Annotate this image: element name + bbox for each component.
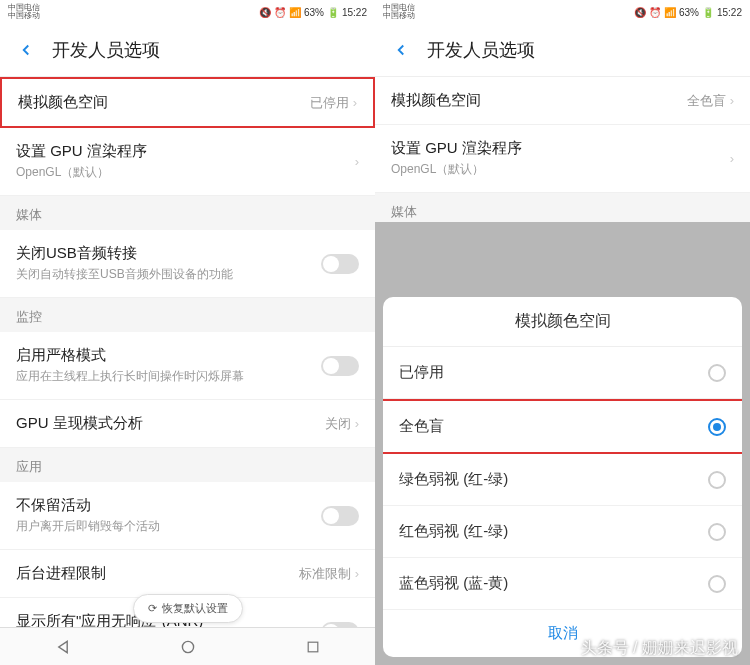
app-bar: 开发人员选项 xyxy=(0,24,375,77)
toggle-strict-mode[interactable] xyxy=(321,356,359,376)
nav-home[interactable] xyxy=(179,638,197,656)
back-button[interactable] xyxy=(391,40,411,60)
status-bar: 中国电信中国移动 🔇 ⏰ 📶 63% 🔋 15:22 xyxy=(0,0,375,24)
screenshot-left: 中国电信中国移动 🔇 ⏰ 📶 63% 🔋 15:22 开发人员选项 模拟颜色空间… xyxy=(0,0,375,665)
radio-icon xyxy=(708,364,726,382)
alarm-icon: ⏰ xyxy=(649,7,661,18)
option-tritanomaly[interactable]: 蓝色弱视 (蓝-黄) xyxy=(383,558,742,610)
toggle-no-keep[interactable] xyxy=(321,506,359,526)
chevron-right-icon: › xyxy=(730,93,734,108)
signal-icon: 📶 xyxy=(289,7,301,18)
option-disabled[interactable]: 已停用 xyxy=(383,347,742,399)
mute-icon: 🔇 xyxy=(259,7,271,18)
signal-icon: 📶 xyxy=(664,7,676,18)
radio-icon xyxy=(708,523,726,541)
toggle-usb-audio[interactable] xyxy=(321,254,359,274)
mute-icon: 🔇 xyxy=(634,7,646,18)
row-strict-mode[interactable]: 启用严格模式应用在主线程上执行长时间操作时闪烁屏幕 xyxy=(0,332,375,400)
chevron-right-icon: › xyxy=(353,95,357,110)
color-space-dialog: 模拟颜色空间 已停用 全色盲 绿色弱视 (红-绿) 红色弱视 (红-绿) 蓝色弱… xyxy=(383,297,742,657)
nav-recent[interactable] xyxy=(304,638,322,656)
svg-rect-1 xyxy=(308,642,318,652)
row-gpu-renderer[interactable]: 设置 GPU 渲染程序OpenGL（默认） › xyxy=(375,125,750,193)
option-protanomaly[interactable]: 红色弱视 (红-绿) xyxy=(383,506,742,558)
battery-icon: 🔋 xyxy=(702,7,714,18)
svg-point-0 xyxy=(182,641,193,652)
page-title: 开发人员选项 xyxy=(427,38,535,62)
status-bar: 中国电信中国移动 🔇 ⏰ 📶 63% 🔋 15:22 xyxy=(375,0,750,24)
refresh-icon: ⟳ xyxy=(148,602,157,615)
nav-back[interactable] xyxy=(54,638,72,656)
row-no-keep-activities[interactable]: 不保留活动用户离开后即销毁每个活动 xyxy=(0,482,375,550)
row-color-space[interactable]: 模拟颜色空间 已停用› xyxy=(0,77,375,128)
reset-defaults-button[interactable]: ⟳ 恢复默认设置 xyxy=(133,594,243,623)
alarm-icon: ⏰ xyxy=(274,7,286,18)
chevron-right-icon: › xyxy=(355,566,359,581)
section-media: 媒体 xyxy=(0,196,375,230)
row-color-space[interactable]: 模拟颜色空间 全色盲› xyxy=(375,77,750,125)
radio-icon xyxy=(708,471,726,489)
row-gpu-profile[interactable]: GPU 呈现模式分析 关闭› xyxy=(0,400,375,448)
section-app: 应用 xyxy=(0,448,375,482)
option-monochromacy[interactable]: 全色盲 xyxy=(383,399,742,454)
chevron-right-icon: › xyxy=(355,416,359,431)
watermark: 头条号 / 姗姗来迟影视 xyxy=(581,638,738,659)
radio-icon xyxy=(708,575,726,593)
option-deuteranomaly[interactable]: 绿色弱视 (红-绿) xyxy=(383,454,742,506)
battery-icon: 🔋 xyxy=(327,7,339,18)
navigation-bar xyxy=(0,627,375,665)
row-gpu-renderer[interactable]: 设置 GPU 渲染程序OpenGL（默认） › xyxy=(0,128,375,196)
chevron-right-icon: › xyxy=(355,154,359,169)
row-bg-process-limit[interactable]: 后台进程限制 标准限制› xyxy=(0,550,375,598)
screenshot-right: 中国电信中国移动 🔇 ⏰ 📶 63% 🔋 15:22 开发人员选项 模拟颜色空间… xyxy=(375,0,750,665)
page-title: 开发人员选项 xyxy=(52,38,160,62)
chevron-right-icon: › xyxy=(730,151,734,166)
radio-selected-icon xyxy=(708,418,726,436)
dialog-title: 模拟颜色空间 xyxy=(383,297,742,347)
app-bar: 开发人员选项 xyxy=(375,24,750,77)
section-monitor: 监控 xyxy=(0,298,375,332)
row-usb-audio[interactable]: 关闭USB音频转接关闭自动转接至USB音频外围设备的功能 xyxy=(0,230,375,298)
back-button[interactable] xyxy=(16,40,36,60)
